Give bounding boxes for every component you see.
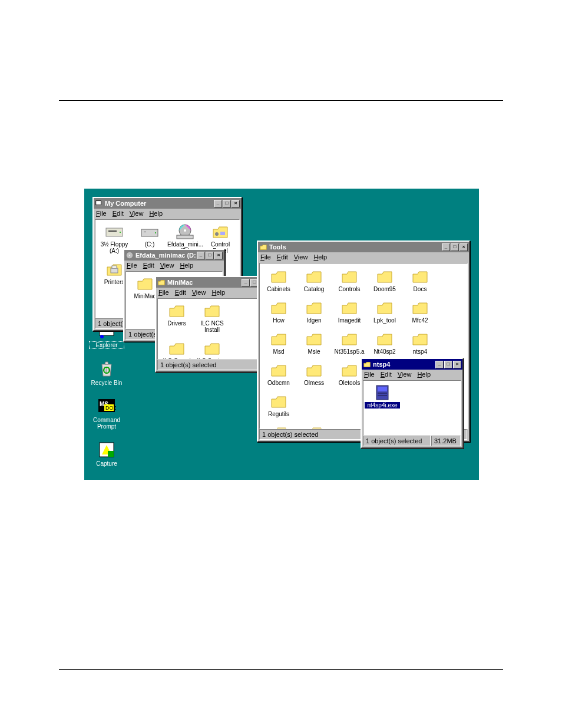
menu-help[interactable]: Help xyxy=(313,253,327,261)
drive-c-label: (C:) xyxy=(132,241,167,248)
menu-file[interactable]: File xyxy=(127,262,137,269)
minimize-button[interactable]: _ xyxy=(197,252,205,259)
menu-edit[interactable]: Edit xyxy=(143,262,154,269)
folder-tools-25[interactable]: Unsuppit xyxy=(261,424,296,429)
titlebar-ntsp4[interactable]: ntsp4 _ □ × xyxy=(362,359,462,370)
folder-label: Msd xyxy=(261,348,296,355)
desktop-icon-recycle-bin[interactable]: Recycle Bin xyxy=(89,360,124,386)
titlebar-efdata[interactable]: Efdata_minimac (D:) _ □ × xyxy=(124,250,224,261)
folder-icon xyxy=(269,268,288,285)
status-text: 1 object(s) selected xyxy=(157,360,258,370)
folder-tools-4[interactable]: Docs xyxy=(402,268,438,292)
folder-tools-20[interactable]: Regutils xyxy=(261,393,296,417)
folder-tools-26[interactable]: Xtrsblty xyxy=(296,424,332,429)
folder-label: Odbcmn xyxy=(261,380,296,386)
minimize-button[interactable]: _ xyxy=(214,200,222,207)
folder-tools-8[interactable]: Lpk_tool xyxy=(367,299,402,324)
folder-ilcsys[interactable]: ILC System Setup Install xyxy=(194,340,230,360)
folder-icon xyxy=(135,275,154,292)
menu-edit[interactable]: Edit xyxy=(381,371,392,378)
folder-icon xyxy=(411,299,429,316)
menu-edit[interactable]: Edit xyxy=(175,289,186,296)
window-ntsp4: ntsp4 _ □ × File Edit View Help nt4sp4i.… xyxy=(361,358,464,449)
minimize-button[interactable]: _ xyxy=(242,279,250,286)
desktop-icon-winzip[interactable]: WinZip xyxy=(89,477,124,480)
close-button[interactable]: × xyxy=(214,252,223,259)
menu-help[interactable]: Help xyxy=(417,371,431,378)
title-tools: Tools xyxy=(269,243,441,251)
folder-small-icon xyxy=(157,278,166,286)
folder-tools-16[interactable]: Olmess xyxy=(296,362,332,386)
folder-icon xyxy=(269,424,288,429)
cd-drive-icon xyxy=(176,223,194,240)
menu-help[interactable]: Help xyxy=(180,262,193,269)
folder-ilcncs[interactable]: ILC NCS Install xyxy=(194,302,230,333)
folder-tools-12[interactable]: Nt351sp5.a xyxy=(332,331,367,355)
page-divider-bottom xyxy=(59,669,503,670)
folder-tools-2[interactable]: Controls xyxy=(332,268,367,292)
desktop-icon-capture[interactable]: Capture xyxy=(89,440,124,467)
folder-icon xyxy=(167,302,186,319)
folder-tools-10[interactable]: Msd xyxy=(261,331,296,355)
status-text: 1 object(s) selected xyxy=(363,436,431,446)
folder-tools-1[interactable]: Catalog xyxy=(296,268,332,292)
folder-icon xyxy=(305,299,323,316)
menu-file[interactable]: File xyxy=(158,289,169,296)
exe-file-icon xyxy=(373,384,392,401)
folder-tools-0[interactable]: Cabinets xyxy=(261,268,296,292)
folder-icon xyxy=(167,340,186,357)
file-nt4sp4i-exe[interactable]: nt4sp4i.exe xyxy=(365,384,400,409)
folder-label: Lpk_tool xyxy=(367,317,402,324)
titlebar-tools[interactable]: Tools _ □ × xyxy=(258,242,469,252)
close-button[interactable]: × xyxy=(459,243,468,251)
menu-file[interactable]: File xyxy=(260,253,271,261)
folder-tools-6[interactable]: Idgen xyxy=(296,299,332,324)
folder-tools-9[interactable]: Mfc42 xyxy=(402,299,438,324)
desktop-icon-command-prompt[interactable]: MSDOS Command Prompt xyxy=(89,397,124,430)
maximize-button[interactable]: □ xyxy=(206,252,214,259)
desktop-icon-cmd-label: Command Prompt xyxy=(89,417,124,430)
folder-tools-15[interactable]: Odbcmn xyxy=(261,362,296,386)
menu-help[interactable]: Help xyxy=(211,289,225,296)
folder-tools-7[interactable]: Imagedit xyxy=(332,299,367,324)
svg-point-2 xyxy=(100,335,104,338)
folder-icon xyxy=(305,268,323,285)
maximize-button[interactable]: □ xyxy=(444,361,452,368)
menubar-efdata: File Edit View Help xyxy=(124,261,224,270)
titlebar-minimac[interactable]: MiniMac _ □ xyxy=(156,277,260,288)
folder-label: Msie xyxy=(296,348,332,355)
desktop-surface: Explorer Recycle Bin MSDOS Command Promp… xyxy=(84,189,479,480)
svg-rect-25 xyxy=(177,235,193,239)
folder-label: Hcw xyxy=(261,317,296,324)
folder-tools-5[interactable]: Hcw xyxy=(261,299,296,324)
maximize-button[interactable]: □ xyxy=(451,243,459,251)
capture-icon xyxy=(97,440,116,459)
folder-tools-13[interactable]: Nt40sp2 xyxy=(367,331,402,355)
menu-view[interactable]: View xyxy=(130,210,144,217)
desktop-icons-column: Explorer Recycle Bin MSDOS Command Promp… xyxy=(89,321,124,480)
menu-view[interactable]: View xyxy=(192,289,206,296)
menu-view[interactable]: View xyxy=(398,371,412,378)
folder-tools-3[interactable]: Doom95 xyxy=(367,268,402,292)
titlebar-my-computer[interactable]: My Computer _ □ × xyxy=(94,198,241,209)
close-button[interactable]: × xyxy=(453,361,461,368)
menu-file[interactable]: File xyxy=(96,210,107,217)
folder-tools-14[interactable]: ntsp4 xyxy=(402,331,438,355)
folder-icon xyxy=(269,362,288,378)
status-minimac: 1 object(s) selected xyxy=(157,360,259,370)
folder-drivers[interactable]: Drivers xyxy=(159,302,194,333)
minimize-button[interactable]: _ xyxy=(435,361,444,368)
menu-edit[interactable]: Edit xyxy=(113,210,124,217)
menu-help[interactable]: Help xyxy=(149,210,163,217)
menu-view[interactable]: View xyxy=(294,253,308,261)
title-minimac: MiniMac xyxy=(167,279,241,286)
maximize-button[interactable]: □ xyxy=(223,200,231,207)
minimize-button[interactable]: _ xyxy=(442,243,450,251)
close-button[interactable]: × xyxy=(232,200,240,207)
title-my-computer: My Computer xyxy=(105,200,213,207)
menu-view[interactable]: View xyxy=(160,262,174,269)
menu-edit[interactable]: Edit xyxy=(277,253,288,261)
menu-file[interactable]: File xyxy=(364,371,375,378)
folder-ilcover[interactable]: ILC Overvi Editor Inst xyxy=(159,340,194,360)
folder-tools-11[interactable]: Msie xyxy=(296,331,332,355)
